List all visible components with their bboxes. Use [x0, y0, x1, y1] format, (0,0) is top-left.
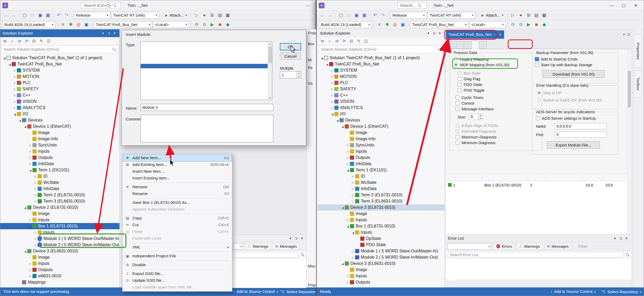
subtab[interactable] [479, 41, 487, 49]
expand-arrow-icon[interactable]: ▷ [33, 187, 38, 190]
expand-arrow-icon[interactable]: ▷ [28, 144, 32, 147]
undo-icon[interactable]: ↶ [55, 12, 62, 19]
tree-item[interactable]: ▷ SYSTEM [0, 67, 119, 73]
export-module-file-button[interactable]: Export Module File... [547, 141, 600, 149]
menu-item[interactable] [52, 3, 57, 8]
context-menu-item[interactable]: Export GSD file... ▸ [123, 270, 232, 277]
expand-arrow-icon[interactable]: ▷ [330, 106, 334, 109]
expand-arrow-icon[interactable]: ▷ [346, 156, 350, 159]
expand-arrow-icon[interactable]: ▷ [13, 106, 17, 109]
pin-icon[interactable]: ⊐ [618, 237, 623, 240]
expand-arrow-icon[interactable]: ▷ [28, 262, 32, 265]
tree-item[interactable]: ◢ TwinCAT Profi_Bus_Net [0, 61, 119, 67]
collapse-arrow-icon[interactable]: ◢ [23, 250, 27, 253]
collapse-arrow-icon[interactable]: ◢ [23, 125, 27, 128]
checkbox-option[interactable]: Cyclic Times [456, 95, 542, 100]
clear-button[interactable]: Clear [576, 243, 589, 250]
menu-item[interactable] [342, 3, 347, 8]
tree-item[interactable]: ▷ SYSTEM [318, 67, 445, 73]
tree-item[interactable]: ▷ ID [0, 173, 119, 179]
collapse-arrow-icon[interactable]: ◢ [28, 169, 32, 172]
warnings-filter-button[interactable]: ⚠Warnings [517, 243, 542, 250]
back-arrow-icon[interactable]: ← [319, 12, 326, 19]
pin-icon[interactable]: ⊐ [293, 237, 299, 240]
subtab[interactable] [464, 41, 472, 49]
tc-restart-icon[interactable]: ⟳ [193, 21, 200, 28]
open-file-icon[interactable]: ▭ [345, 12, 352, 19]
sync-active-document-icon[interactable]: ⇄ [16, 38, 23, 44]
tree-item[interactable]: ▷ VISION [318, 98, 445, 105]
chevron-down-icon[interactable]: ▾ [288, 237, 293, 240]
expand-arrow-icon[interactable]: ▷ [13, 100, 17, 103]
pin-icon[interactable]: ⊐ [106, 31, 112, 35]
expand-arrow-icon[interactable]: ▷ [33, 244, 38, 246]
menu-item[interactable] [36, 3, 41, 8]
collapse-arrow-icon[interactable]: ◢ [18, 119, 22, 122]
collapse-all-icon[interactable]: ⊟ [31, 38, 37, 44]
checkbox-option[interactable]: Minimum Diagnosis [456, 140, 542, 145]
context-menu-item[interactable]: Remove Del ▸ [123, 184, 232, 190]
module-type-option[interactable] [141, 68, 272, 73]
collapse-arrow-icon[interactable]: ◢ [346, 169, 350, 172]
tree-item[interactable]: ◢ Device 3 (EL6631-0010) [0, 248, 119, 254]
close-icon[interactable]: ✕ [437, 31, 443, 35]
expand-arrow-icon[interactable]: ▷ [330, 94, 334, 97]
tree-item[interactable]: ▷ PLC [318, 80, 445, 86]
menu-item[interactable] [41, 3, 46, 8]
context-menu-item[interactable]: Independent Project File ▸ [123, 253, 232, 259]
tree-item[interactable]: ◢ Devices [318, 117, 445, 123]
expand-arrow-icon[interactable]: ▷ [346, 219, 350, 221]
module-type-option[interactable] [141, 55, 272, 59]
grid-header[interactable] [446, 174, 482, 181]
stepper-up-icon[interactable]: ▲ [297, 71, 301, 75]
tc-scope-icon[interactable]: ◆ [541, 21, 548, 28]
solution-explorer-header[interactable]: Solution Explorer ▾ ⊐ ✕ [0, 29, 119, 37]
context-menu-item[interactable]: Load variable types from XML file... ▸ [123, 284, 232, 291]
checkbox-option[interactable]: Box State [458, 70, 542, 76]
stepper-down-icon[interactable]: ▼ [297, 75, 301, 78]
expand-arrow-icon[interactable]: ▷ [351, 194, 355, 197]
module-type-option[interactable] [141, 59, 272, 64]
tree-item[interactable]: ◢ Inputs [318, 229, 445, 236]
solution-configurations-dropdown[interactable]: Release▾ [390, 12, 427, 19]
tree-item[interactable]: ▷ VISION [0, 98, 119, 105]
solution-platforms-dropdown[interactable]: TwinCAT RT (x64)▾ [111, 12, 159, 19]
tc-restart-icon[interactable]: ⟳ [510, 21, 517, 28]
menu-item[interactable] [389, 3, 394, 8]
tree-item[interactable]: ▷ Module 2 ( 5 WORD Slave-In/Master-Out) [0, 242, 119, 248]
menu-item[interactable] [327, 3, 332, 8]
chevron-down-icon[interactable]: ▾ [612, 237, 618, 240]
tree-item[interactable]: Image-Info [318, 136, 445, 142]
module-type-option[interactable] [141, 82, 272, 86]
collapse-arrow-icon[interactable]: ◢ [8, 63, 12, 66]
build-configuration-dropdown[interactable]: Build 4026.19 (Loaded)▾ [2, 21, 56, 28]
breakpoint-icon[interactable]: ● [201, 12, 208, 19]
tree-item[interactable]: ◢ Device 1 (EtherCAT) [0, 123, 119, 130]
tree-item[interactable]: ▷ Outputs [318, 279, 445, 285]
tree-item[interactable]: ▷ WcState [318, 179, 445, 186]
tree-item[interactable]: ◢ Device 2 (EL6731-0010) [0, 204, 119, 211]
tree-item[interactable]: ◢ Device 1 (EtherCAT) [318, 123, 445, 130]
errors-filter-button[interactable]: ✕Errors [494, 243, 514, 250]
radio-option[interactable]: MDP Mapping (from V01.00) [454, 62, 542, 68]
expand-arrow-icon[interactable]: ▷ [346, 163, 350, 165]
tree-item[interactable]: Image [0, 130, 119, 136]
tree-item[interactable]: ▷ Module 1 ( 5 WORD Slave-Out/Master-In) [0, 236, 119, 242]
redo-icon[interactable]: ↷ [379, 12, 387, 19]
error-list-header[interactable]: Error List ▾ ⊐ ✕ [446, 235, 631, 242]
home-icon[interactable]: ⌂ [9, 38, 15, 44]
properties-side-tab[interactable]: Properties [634, 35, 642, 68]
tc-stop-icon[interactable]: ■ [533, 21, 540, 28]
tc-scope-icon[interactable]: ◆ [224, 21, 231, 28]
chevron-down-icon[interactable]: ▾ [100, 31, 106, 35]
tree-item[interactable]: ▷ Inputs [318, 148, 445, 154]
save-all-icon[interactable]: ▦ [361, 12, 368, 19]
menu-item[interactable] [62, 3, 67, 8]
close-button[interactable]: ✕ [630, 0, 642, 10]
radio-option[interactable]: Stay in OP [537, 90, 618, 96]
expand-arrow-icon[interactable]: ▷ [13, 94, 17, 97]
tree-item[interactable]: ▷ InfoData [318, 186, 445, 192]
collapse-arrow-icon[interactable]: ◢ [351, 231, 355, 234]
menu-item[interactable] [384, 3, 389, 8]
tree-item[interactable]: ▷ Term 2 (EL6731-0010) [318, 192, 445, 198]
